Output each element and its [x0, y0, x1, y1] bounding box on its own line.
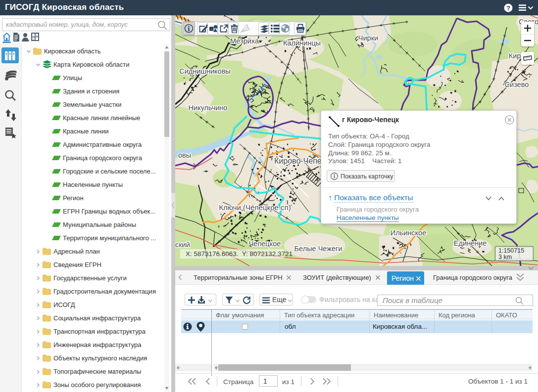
svg-text:ский: ский: [175, 241, 190, 249]
svg-text:3 km: 3 km: [498, 254, 512, 261]
svg-text:Сиднишниковы: Сиднишниковы: [179, 67, 231, 75]
svg-text:овы: овы: [178, 151, 191, 159]
svg-text:Ильинское: Ильинское: [391, 229, 426, 237]
svg-text:?: ?: [506, 4, 510, 12]
svg-text:Чепецкое: Чепецкое: [249, 240, 281, 248]
svg-text:1:150715: 1:150715: [498, 247, 524, 254]
svg-text:Ключи (Чепецкое сп): Ключи (Чепецкое сп): [219, 203, 291, 212]
svg-text:Чирки: Чирки: [358, 34, 378, 42]
svg-text:Никульчино: Никульчино: [189, 104, 228, 112]
svg-text:Калининцы: Калининцы: [283, 39, 321, 47]
svg-text:Белые Чежеги: Белые Чежеги: [294, 245, 342, 253]
svg-text:Единение: Единение: [454, 239, 487, 247]
svg-text:Сизево: Сизево: [505, 81, 529, 88]
svg-text:Мезриха: Мезриха: [230, 37, 259, 45]
svg-text:Кир: Кир: [509, 52, 521, 60]
svg-text:X: 5873176.6063. Y: 8072132.3: X: 5873176.6063. Y: 8072132.3721: [186, 250, 293, 258]
